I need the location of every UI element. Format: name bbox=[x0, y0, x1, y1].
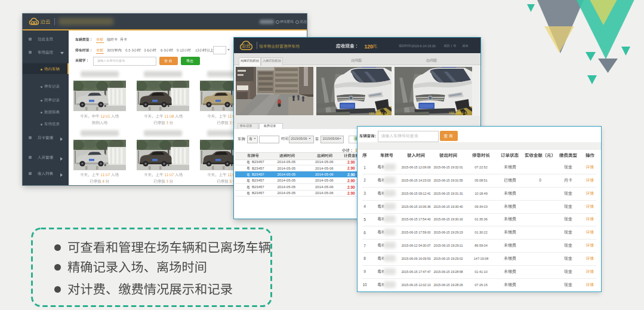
svg-text:192.168.1.64: 192.168.1.64 bbox=[449, 112, 469, 115]
svg-text:192.168.1.64: 192.168.1.64 bbox=[369, 112, 388, 115]
